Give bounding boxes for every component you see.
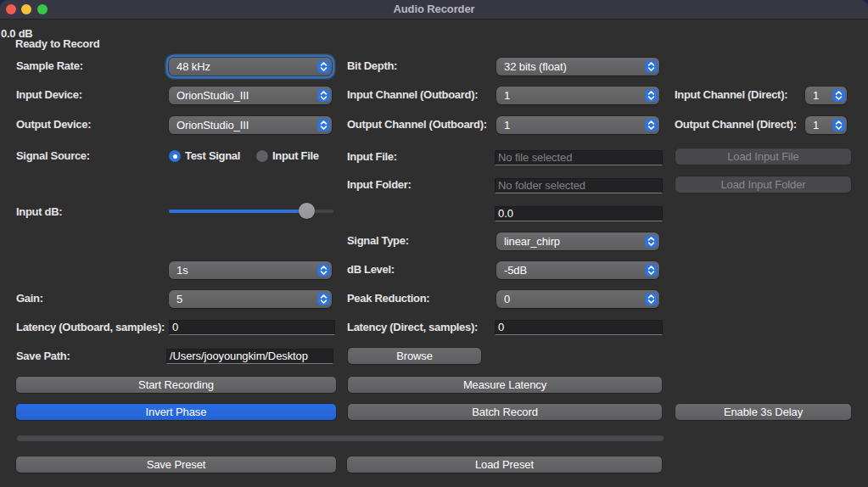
- test-signal-radio-label[interactable]: Test Signal: [185, 149, 240, 163]
- output-channel-direct-select[interactable]: 1: [805, 116, 847, 134]
- input-channel-outboard-select[interactable]: 1: [496, 87, 659, 104]
- slider-knob[interactable]: [299, 203, 316, 220]
- save-path-label: Save Path:: [16, 350, 70, 363]
- signal-type-select[interactable]: linear_chirp: [496, 232, 659, 250]
- updown-chevrons-icon: [645, 293, 658, 305]
- updown-chevrons-icon: [317, 119, 330, 132]
- output-channel-outboard-label: Output Channel (Outboard):: [347, 118, 487, 132]
- latency-direct-label: Latency (Direct, samples):: [347, 321, 478, 334]
- updown-chevrons-icon: [645, 119, 658, 132]
- measure-latency-button[interactable]: Measure Latency: [348, 377, 662, 393]
- test-signal-radio[interactable]: [169, 150, 181, 162]
- latency-outboard-label: Latency (Outboard, samples):: [16, 321, 165, 334]
- status-text: Ready to Record: [15, 37, 100, 50]
- signal-source-label: Signal Source:: [16, 149, 90, 163]
- output-device-label: Output Device:: [16, 118, 91, 132]
- input-file-field[interactable]: No file selected: [495, 150, 663, 165]
- titlebar[interactable]: Audio Recorder: [0, 0, 868, 20]
- bit-depth-select[interactable]: 32 bits (float): [496, 58, 659, 76]
- peak-reduction-label: Peak Reduction:: [347, 292, 429, 305]
- input-db-label: Input dB:: [16, 205, 62, 219]
- input-folder-field[interactable]: No folder selected: [495, 178, 663, 193]
- input-db-slider[interactable]: [169, 203, 333, 220]
- input-channel-direct-label: Input Channel (Direct):: [675, 88, 787, 102]
- output-device-select[interactable]: OrionStudio_III: [169, 116, 332, 134]
- load-preset-button[interactable]: Load Preset: [347, 456, 662, 473]
- sample-rate-select[interactable]: 48 kHz: [169, 58, 332, 76]
- batch-record-button[interactable]: Batch Record: [348, 404, 662, 420]
- input-folder-label: Input Folder:: [347, 178, 412, 192]
- updown-chevrons-icon: [832, 89, 845, 102]
- latency-outboard-field[interactable]: 0: [169, 320, 335, 335]
- window-title: Audio Recorder: [0, 0, 868, 19]
- input-device-label: Input Device:: [16, 88, 82, 102]
- updown-chevrons-icon: [832, 119, 845, 132]
- browse-button[interactable]: Browse: [348, 348, 481, 364]
- input-channel-direct-select[interactable]: 1: [805, 87, 847, 104]
- updown-chevrons-icon: [317, 60, 330, 73]
- db-level-label: dB Level:: [347, 263, 395, 277]
- input-db-field[interactable]: 0.0: [495, 206, 663, 221]
- updown-chevrons-icon: [645, 60, 658, 73]
- invert-phase-button[interactable]: Invert Phase: [16, 404, 336, 420]
- peak-reduction-select[interactable]: 0: [496, 290, 659, 308]
- bit-depth-label: Bit Depth:: [347, 59, 397, 73]
- duration-select[interactable]: 1s: [169, 261, 332, 279]
- enable-3s-delay-button[interactable]: Enable 3s Delay: [675, 404, 851, 420]
- sample-rate-label: Sample Rate:: [16, 59, 83, 73]
- progress-bar: [17, 435, 664, 441]
- start-recording-button[interactable]: Start Recording: [16, 377, 336, 393]
- input-file-radio-label[interactable]: Input File: [272, 149, 319, 163]
- updown-chevrons-icon: [317, 293, 330, 305]
- input-file-label: Input File:: [347, 150, 397, 164]
- save-preset-button[interactable]: Save Preset: [16, 456, 336, 473]
- updown-chevrons-icon: [645, 89, 658, 102]
- latency-direct-field[interactable]: 0: [495, 320, 663, 335]
- input-file-radio[interactable]: [256, 150, 268, 162]
- updown-chevrons-icon: [645, 235, 658, 248]
- signal-type-label: Signal Type:: [347, 234, 409, 248]
- db-level-select[interactable]: -5dB: [496, 261, 659, 279]
- output-channel-direct-label: Output Channel (Direct):: [675, 118, 797, 132]
- load-input-file-button[interactable]: Load Input File: [675, 148, 851, 165]
- updown-chevrons-icon: [645, 264, 658, 277]
- updown-chevrons-icon: [317, 89, 330, 102]
- load-input-folder-button[interactable]: Load Input Folder: [675, 176, 851, 193]
- input-channel-outboard-label: Input Channel (Outboard):: [347, 88, 478, 102]
- output-channel-outboard-select[interactable]: 1: [496, 116, 659, 134]
- gain-label: Gain:: [16, 292, 43, 305]
- updown-chevrons-icon: [317, 264, 330, 277]
- input-device-select[interactable]: OrionStudio_III: [169, 87, 332, 104]
- audio-recorder-window: Audio Recorder 0.0 dB Ready to Record Sa…: [0, 0, 868, 487]
- gain-select[interactable]: 5: [169, 290, 332, 308]
- save-path-field[interactable]: /Users/jooyoungkim/Desktop: [166, 349, 333, 364]
